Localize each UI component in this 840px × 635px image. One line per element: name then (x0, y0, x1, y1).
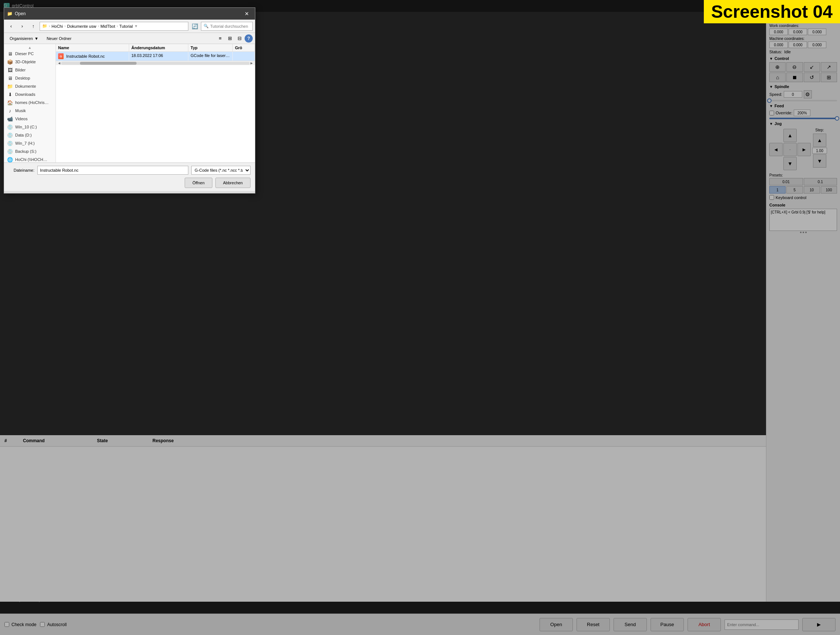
dokumente-label: Dokumente (15, 84, 36, 88)
dialog-cancel-btn[interactable]: Abbrechen (215, 178, 251, 188)
dokumente-icon: 📁 (7, 83, 13, 89)
view-buttons: ≡ ⊞ ⊟ ? (216, 35, 253, 43)
videos-icon: 📹 (7, 116, 13, 122)
col-date[interactable]: Änderungsdatum (129, 44, 188, 51)
breadcrumb-icon: 📁 (42, 24, 47, 28)
scroll-track (61, 62, 250, 65)
dialog-bottom: Dateiname: G-Code files (*.nc *.ncc *.ta… (4, 163, 255, 191)
musik-icon: ♪ (7, 108, 13, 114)
desktop-label: Desktop (15, 76, 30, 80)
nav-forward-btn[interactable]: › (17, 22, 27, 31)
sidebar-item-backup[interactable]: 💿 Backup (S:) (4, 147, 55, 155)
view-list-btn[interactable]: ≡ (216, 35, 224, 43)
dialog-sidebar: ▲ 🖥 Dieser PC 📦 3D-Objekte 🖼 Bilder 🖥 De… (4, 44, 56, 163)
data-d-icon: 💿 (7, 132, 13, 138)
filename-input[interactable] (37, 166, 188, 175)
bilder-label: Bilder (15, 68, 25, 72)
win7-icon: 💿 (7, 140, 13, 146)
sidebar-item-videos[interactable]: 📹 Videos (4, 115, 55, 123)
win7-label: Win_7 (H:) (15, 141, 35, 145)
col-name[interactable]: Name (56, 44, 129, 51)
search-input[interactable] (210, 24, 250, 28)
files-header: Name Änderungsdatum Typ Grö (56, 44, 255, 52)
dialog-navbar: ‹ › ↑ 📁 › HoChi › Dokumente usw › MidTbo… (4, 20, 255, 33)
bc-3: MidTbot (100, 24, 115, 28)
sidebar-item-bilder[interactable]: 🖼 Bilder (4, 66, 55, 74)
search-bar: 🔍 (201, 22, 253, 31)
scroll-left-arrow[interactable]: ◄ (57, 61, 61, 65)
view-large-btn[interactable]: ⊟ (235, 35, 244, 43)
nc-file-icon: G (58, 53, 64, 59)
col-type[interactable]: Typ (188, 44, 233, 51)
file-name-cell: G Instructable Robot.nc (56, 52, 129, 61)
win10-label: Win_10 (C:) (15, 125, 37, 129)
horizontal-scrollbar[interactable]: ◄ ► (56, 61, 255, 65)
filetype-select[interactable]: G-Code files (*.nc *.ncc *.tap *.t… All … (191, 166, 251, 175)
3d-objekte-icon: 📦 (7, 59, 13, 65)
file-name: Instructable Robot.nc (66, 54, 105, 58)
refresh-btn[interactable]: 🔄 (190, 22, 199, 31)
dialog-overlay: 📁 Open ✕ ‹ › ↑ 📁 › HoChi › Dokumente usw… (0, 0, 840, 635)
hochris-icon: 🌐 (7, 156, 13, 163)
sidebar-item-musik[interactable]: ♪ Musik (4, 107, 55, 115)
screenshot-label: Screenshot 04 (704, 0, 840, 23)
sidebar-item-win10[interactable]: 💿 Win_10 (C:) (4, 123, 55, 131)
breadcrumb-bar: 📁 › HoChi › Dokumente usw › MidTbot › Tu… (39, 22, 188, 31)
sidebar-item-homes[interactable]: 🏠 homes (HoChris… (4, 98, 55, 107)
3d-objekte-label: 3D-Objekte (15, 60, 36, 64)
nav-back-btn[interactable]: ‹ (6, 22, 16, 31)
dialog-action-row: Öffnen Abbrechen (8, 178, 251, 188)
file-size (233, 52, 255, 61)
dialog-files: Name Änderungsdatum Typ Grö G Instructab… (56, 44, 255, 163)
musik-label: Musik (15, 108, 26, 113)
sidebar-item-3d-objekte[interactable]: 📦 3D-Objekte (4, 58, 55, 66)
organize-label: Organisieren (9, 36, 33, 41)
filename-label: Dateiname: (8, 168, 35, 172)
search-icon: 🔍 (204, 24, 209, 28)
filename-row: Dateiname: G-Code files (*.nc *.ncc *.ta… (8, 166, 251, 175)
sidebar-item-data-d[interactable]: 💿 Data (D:) (4, 131, 55, 139)
hochris-label: HoChi (\\HOCH… (15, 157, 47, 162)
nav-up-btn[interactable]: ↑ (28, 22, 38, 31)
dialog-toolbar: Organisieren ▼ Neuer Ordner ≡ ⊞ ⊟ ? (4, 33, 255, 44)
file-date: 18.03.2022 17:06 (129, 52, 188, 61)
dialog-title: Open (15, 11, 242, 16)
win10-icon: 💿 (7, 124, 13, 130)
dialog-open-btn[interactable]: Öffnen (185, 178, 212, 188)
desktop-icon: 🖥 (7, 75, 13, 81)
homes-label: homes (HoChris… (15, 100, 49, 105)
backup-label: Backup (S:) (15, 149, 36, 153)
organize-btn[interactable]: Organisieren ▼ (6, 35, 42, 43)
dieser-pc-label: Dieser PC (15, 51, 34, 56)
help-btn[interactable]: ? (245, 35, 253, 43)
new-folder-btn[interactable]: Neuer Ordner (43, 35, 75, 43)
organize-arrow: ▼ (35, 36, 38, 41)
open-dialog: 📁 Open ✕ ‹ › ↑ 📁 › HoChi › Dokumente usw… (4, 7, 255, 194)
dialog-body: ▲ 🖥 Dieser PC 📦 3D-Objekte 🖼 Bilder 🖥 De… (4, 44, 255, 163)
sidebar-item-win7[interactable]: 💿 Win_7 (H:) (4, 139, 55, 147)
sidebar-item-dokumente[interactable]: 📁 Dokumente (4, 82, 55, 90)
file-type: GCode file for laser e... (188, 52, 233, 61)
dieser-pc-icon: 🖥 (7, 51, 13, 57)
dialog-close-btn[interactable]: ✕ (242, 9, 252, 18)
sidebar-item-downloads[interactable]: ⬇ Downloads (4, 90, 55, 98)
scroll-right-arrow[interactable]: ► (250, 61, 253, 65)
file-row-0[interactable]: G Instructable Robot.nc 18.03.2022 17:06… (56, 52, 255, 61)
scroll-thumb (80, 62, 137, 65)
downloads-icon: ⬇ (7, 92, 13, 97)
downloads-label: Downloads (15, 92, 35, 96)
videos-label: Videos (15, 117, 27, 121)
view-details-btn[interactable]: ⊞ (225, 35, 234, 43)
bc-1: HoChi (51, 24, 63, 28)
sidebar-item-desktop[interactable]: 🖥 Desktop (4, 74, 55, 82)
col-size[interactable]: Grö (233, 44, 255, 51)
backup-icon: 💿 (7, 148, 13, 154)
dialog-titlebar: 📁 Open ✕ (4, 8, 255, 20)
sidebar-item-dieser-pc[interactable]: 🖥 Dieser PC (4, 50, 55, 58)
sidebar-scroll-up[interactable]: ▲ (4, 46, 55, 50)
data-d-label: Data (D:) (15, 133, 32, 137)
sidebar-item-hochris[interactable]: 🌐 HoChi (\\HOCH… (4, 155, 55, 163)
bilder-icon: 🖼 (7, 67, 13, 73)
dialog-resize-handle[interactable] (4, 191, 255, 193)
bc-2: Dokumente usw (67, 24, 96, 28)
